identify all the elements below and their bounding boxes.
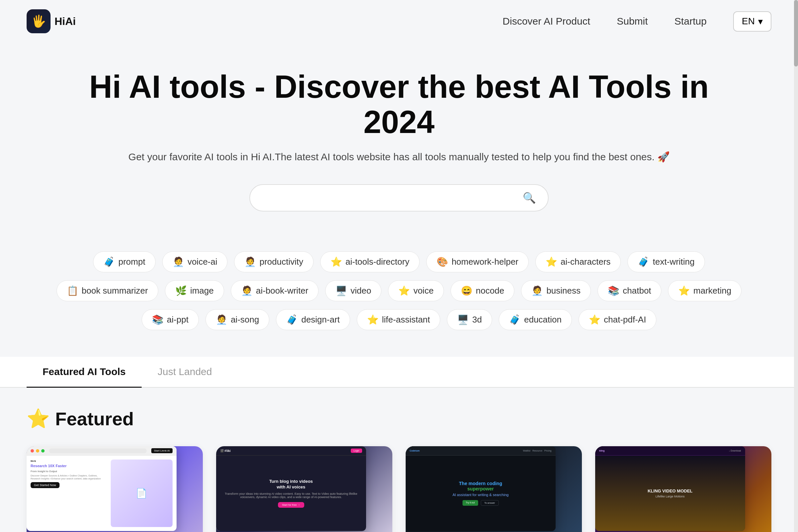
featured-section: ⭐ Featured Start Linnk AI lin·k [0, 407, 798, 532]
fliki-sub-text: Transform your ideas into stunning AI vi… [222, 492, 361, 499]
search-input[interactable] [262, 192, 517, 204]
tag-label: ai-book-writer [256, 286, 308, 296]
tag-label: homework-helper [452, 257, 518, 267]
tag-marketing[interactable]: ⭐marketing [668, 280, 741, 301]
tag-label: productivity [259, 257, 303, 267]
linnk-cta-header: Start Linnk AI [151, 448, 173, 453]
search-container: 🔍 [66, 184, 732, 211]
card-fliki[interactable]: 🎬 Fliki Login Turn blog into videoswith … [216, 446, 392, 532]
navbar: 🖐️ HiAi Discover AI Product Submit Start… [0, 0, 798, 42]
tag-ai-characters[interactable]: ⭐ai-characters [535, 251, 621, 272]
kling-screenshot: kling ↓ Download KLING VIDEO MODEL Lifel… [595, 446, 745, 531]
nav-links: Discover AI Product Submit Startup EN ▾ [503, 11, 772, 32]
tag-label: marketing [693, 286, 731, 296]
scrollbar[interactable] [794, 0, 798, 532]
ai-tools-emoji: ⭐ [330, 256, 342, 267]
tag-label: 3d [472, 315, 482, 325]
fliki-header: 🎬 Fliki Login [216, 446, 366, 456]
tag-label: ai-ppt [167, 315, 189, 325]
fliki-screenshot: 🎬 Fliki Login Turn blog into videoswith … [216, 446, 366, 531]
tag-nocode[interactable]: 😄nocode [451, 280, 514, 301]
section-title-text: Featured [55, 408, 134, 430]
linnk-header: Start Linnk AI [26, 446, 176, 456]
search-icon[interactable]: 🔍 [523, 191, 536, 204]
tag-3d[interactable]: 🖥️3d [447, 309, 492, 330]
tag-label: chatbot [623, 286, 651, 296]
tab-just-landed[interactable]: Just Landed [141, 357, 228, 388]
tag-label: voice-ai [188, 257, 217, 267]
tag-ai-song[interactable]: 🧑‍💼ai-song [206, 309, 269, 330]
card-image-kling: kling ↓ Download KLING VIDEO MODEL Lifel… [595, 446, 772, 532]
tag-label: ai-tools-directory [345, 257, 409, 267]
linnk-right-visual: 📄 [111, 459, 173, 527]
search-bar: 🔍 [249, 184, 549, 211]
card-linnk[interactable]: Start Linnk AI lin·k Research 10X Faster… [26, 446, 203, 532]
tag-chatbot[interactable]: 📚chatbot [597, 280, 661, 301]
text-writing-emoji: 🧳 [638, 256, 649, 267]
tag-label: education [524, 315, 562, 325]
dot-red [31, 449, 34, 453]
nav-discover[interactable]: Discover AI Product [503, 16, 590, 27]
tags-row-3: 📚ai-ppt 🧑‍💼ai-song 🧳design-art ⭐life-ass… [141, 309, 657, 330]
logo-text: HiAi [55, 15, 76, 27]
tag-voice-ai[interactable]: 🧑‍💼voice-ai [162, 251, 228, 272]
tag-voice[interactable]: ⭐voice [388, 280, 444, 301]
lang-button[interactable]: EN ▾ [733, 11, 772, 32]
codeium-screenshot: Codeium Waitlist Resource Pricing The mo… [406, 446, 556, 531]
card-codeium[interactable]: Codeium Waitlist Resource Pricing The mo… [406, 446, 582, 532]
codeium-nav-3: Pricing [544, 450, 551, 452]
tag-chat-pdf[interactable]: ⭐chat-pdf-AI [578, 309, 657, 330]
star-icon: ⭐ [26, 407, 50, 430]
tag-productivity[interactable]: 🧑‍💼productivity [234, 251, 314, 272]
tag-label: voice [413, 286, 434, 296]
tag-label: chat-pdf-AI [604, 315, 646, 325]
logo[interactable]: 🖐️ HiAi [26, 9, 76, 33]
tab-featured[interactable]: Featured AI Tools [26, 357, 141, 388]
tag-homework-helper[interactable]: 🎨homework-helper [426, 251, 529, 272]
tag-design-art[interactable]: 🧳design-art [276, 309, 350, 330]
tag-business[interactable]: 🧑‍💼business [521, 280, 591, 301]
kling-nav: ↓ Download [729, 450, 741, 452]
tag-education[interactable]: 🧳education [499, 309, 572, 330]
kling-sub-mock: Lifelike Large Motions [656, 495, 685, 498]
homework-emoji: 🎨 [437, 256, 448, 267]
codeium-learn-btn: To answer [481, 500, 499, 506]
fliki-center-text: Turn blog into videoswith AI voices [269, 479, 313, 490]
tags-row-2: 📋book summarizer 🌿image 🧑‍💼ai-book-write… [57, 280, 742, 301]
tag-label: text-writing [653, 257, 695, 267]
card-image-fliki: 🎬 Fliki Login Turn blog into videoswith … [216, 446, 392, 532]
tag-life-assistant[interactable]: ⭐life-assistant [357, 309, 440, 330]
prompt-emoji: 🧳 [103, 256, 115, 267]
codeium-brand: Codeium [410, 450, 420, 452]
tag-text-writing[interactable]: 🧳text-writing [627, 251, 705, 272]
tag-ai-tools-directory[interactable]: ⭐ai-tools-directory [320, 251, 420, 272]
tag-ai-book-writer[interactable]: 🧑‍💼ai-book-writer [231, 280, 319, 301]
section-title: ⭐ Featured [26, 407, 772, 430]
dot-green [41, 449, 44, 453]
nav-submit[interactable]: Submit [617, 16, 648, 27]
linnk-left: lin·k Research 10X Faster From Insight t… [31, 459, 108, 527]
tag-label: image [190, 286, 214, 296]
kling-header: kling ↓ Download [595, 446, 745, 456]
tags-row-1: 🧳prompt 🧑‍💼voice-ai 🧑‍💼productivity ⭐ai-… [93, 251, 705, 272]
codeium-sub-mock: AI assistant for writing & searching [453, 493, 509, 497]
tag-label: ai-song [231, 315, 259, 325]
codeium-title-mock: The modern codingsuperpower [459, 481, 502, 491]
scrollbar-thumb[interactable] [794, 0, 798, 66]
tag-label: life-assistant [382, 315, 430, 325]
tag-ai-ppt[interactable]: 📚ai-ppt [141, 309, 199, 330]
nav-startup[interactable]: Startup [674, 16, 706, 27]
tag-prompt[interactable]: 🧳prompt [93, 251, 156, 272]
lang-label: EN [742, 16, 755, 26]
tag-image[interactable]: 🌿image [165, 280, 224, 301]
chevron-down-icon: ▾ [758, 16, 763, 27]
logo-icon: 🖐️ [26, 9, 51, 33]
tag-video[interactable]: 🖥️video [325, 280, 381, 301]
codeium-nav-1: Waitlist [523, 450, 530, 452]
fliki-login-btn: Login [351, 449, 362, 453]
cards-grid: Start Linnk AI lin·k Research 10X Faster… [26, 446, 772, 532]
codeium-header: Codeium Waitlist Resource Pricing [406, 446, 556, 456]
codeium-nav-2: Resource [532, 450, 542, 452]
tag-book-summarizer[interactable]: 📋book summarizer [57, 280, 158, 301]
card-kling[interactable]: kling ↓ Download KLING VIDEO MODEL Lifel… [595, 446, 772, 532]
